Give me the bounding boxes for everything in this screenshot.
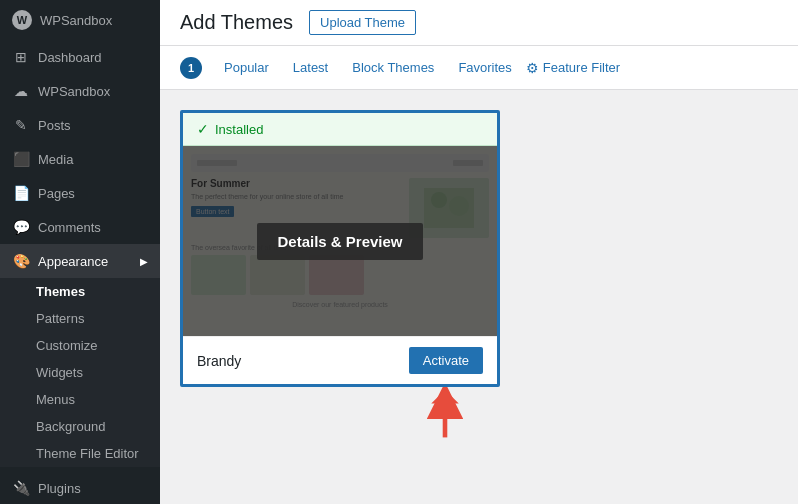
- submenu-patterns-label: Patterns: [36, 311, 84, 326]
- theme-name: Brandy: [197, 353, 241, 369]
- upload-theme-button[interactable]: Upload Theme: [309, 10, 416, 35]
- submenu-customize-label: Customize: [36, 338, 97, 353]
- tab-feature-filter-label: Feature Filter: [543, 60, 620, 75]
- posts-icon: ✎: [12, 116, 30, 134]
- submenu-patterns[interactable]: Patterns: [0, 305, 160, 332]
- main-content: Add Themes Upload Theme 1 Popular Latest…: [160, 0, 798, 504]
- sidebar-item-label: Appearance: [38, 254, 108, 269]
- appearance-submenu: Themes Patterns Customize Widgets Menus …: [0, 278, 160, 467]
- tab-feature-filter[interactable]: ⚙ Feature Filter: [526, 60, 620, 76]
- submenu-theme-file-editor-label: Theme File Editor: [36, 446, 139, 461]
- sidebar-item-posts[interactable]: ✎ Posts: [0, 108, 160, 142]
- site-logo[interactable]: W WPSandbox: [0, 0, 160, 40]
- submenu-menus-label: Menus: [36, 392, 75, 407]
- theme-count-badge: 1: [180, 57, 202, 79]
- submenu-themes-label: Themes: [36, 284, 85, 299]
- sidebar-item-label: Comments: [38, 220, 101, 235]
- submenu-menus[interactable]: Menus: [0, 386, 160, 413]
- details-preview-button[interactable]: Details & Preview: [257, 223, 422, 260]
- installed-banner: ✓ Installed: [183, 113, 497, 146]
- sidebar: W WPSandbox ⊞ Dashboard ☁ WPSandbox ✎ Po…: [0, 0, 160, 504]
- sidebar-item-label: Dashboard: [38, 50, 102, 65]
- sidebar-item-label: Media: [38, 152, 73, 167]
- sidebar-item-label: WPSandbox: [38, 84, 110, 99]
- submenu-theme-file-editor[interactable]: Theme File Editor: [0, 440, 160, 467]
- check-icon: ✓: [197, 121, 209, 137]
- pages-icon: 📄: [12, 184, 30, 202]
- tab-latest[interactable]: Latest: [283, 52, 338, 83]
- dashboard-icon: ⊞: [12, 48, 30, 66]
- sidebar-item-label: Plugins: [38, 481, 81, 496]
- submenu-background-label: Background: [36, 419, 105, 434]
- sidebar-item-plugins[interactable]: 🔌 Plugins: [0, 471, 160, 504]
- arrow-indicator: [180, 387, 500, 447]
- gear-icon: ⚙: [526, 60, 539, 76]
- sidebar-item-label: Posts: [38, 118, 71, 133]
- sidebar-item-label: Pages: [38, 186, 75, 201]
- sidebar-item-wpsandbox[interactable]: ☁ WPSandbox: [0, 74, 160, 108]
- content-area: ✓ Installed For Summer The perfect: [160, 90, 798, 504]
- sidebar-item-pages[interactable]: 📄 Pages: [0, 176, 160, 210]
- theme-card-brandy: ✓ Installed For Summer The perfect: [180, 110, 500, 387]
- theme-card-footer: Brandy Activate: [183, 336, 497, 384]
- page-title: Add Themes: [180, 11, 293, 34]
- comments-icon: 💬: [12, 218, 30, 236]
- top-bar: Add Themes Upload Theme: [160, 0, 798, 46]
- sidebar-item-media[interactable]: ⬛ Media: [0, 142, 160, 176]
- tab-block-themes[interactable]: Block Themes: [342, 52, 444, 83]
- submenu-widgets-label: Widgets: [36, 365, 83, 380]
- submenu-widgets[interactable]: Widgets: [0, 359, 160, 386]
- submenu-themes[interactable]: Themes: [0, 278, 160, 305]
- red-arrow-svg: [420, 387, 470, 442]
- plugins-icon: 🔌: [12, 479, 30, 497]
- sidebar-item-comments[interactable]: 💬 Comments: [0, 210, 160, 244]
- tab-favorites[interactable]: Favorites: [448, 52, 521, 83]
- theme-preview-overlay: Details & Preview: [183, 146, 497, 336]
- wp-icon: W: [12, 10, 32, 30]
- wpsandbox-icon: ☁: [12, 82, 30, 100]
- sidebar-item-dashboard[interactable]: ⊞ Dashboard: [0, 40, 160, 74]
- theme-preview: For Summer The perfect theme for your on…: [183, 146, 497, 336]
- chevron-icon: ▶: [140, 256, 148, 267]
- media-icon: ⬛: [12, 150, 30, 168]
- appearance-icon: 🎨: [12, 252, 30, 270]
- submenu-background[interactable]: Background: [0, 413, 160, 440]
- installed-label: Installed: [215, 122, 263, 137]
- sidebar-item-appearance[interactable]: 🎨 Appearance ▶: [0, 244, 160, 278]
- svg-marker-5: [431, 390, 459, 404]
- tab-popular[interactable]: Popular: [214, 52, 279, 83]
- submenu-customize[interactable]: Customize: [0, 332, 160, 359]
- site-name: WPSandbox: [40, 13, 112, 28]
- activate-button[interactable]: Activate: [409, 347, 483, 374]
- tabs-bar: 1 Popular Latest Block Themes Favorites …: [160, 46, 798, 90]
